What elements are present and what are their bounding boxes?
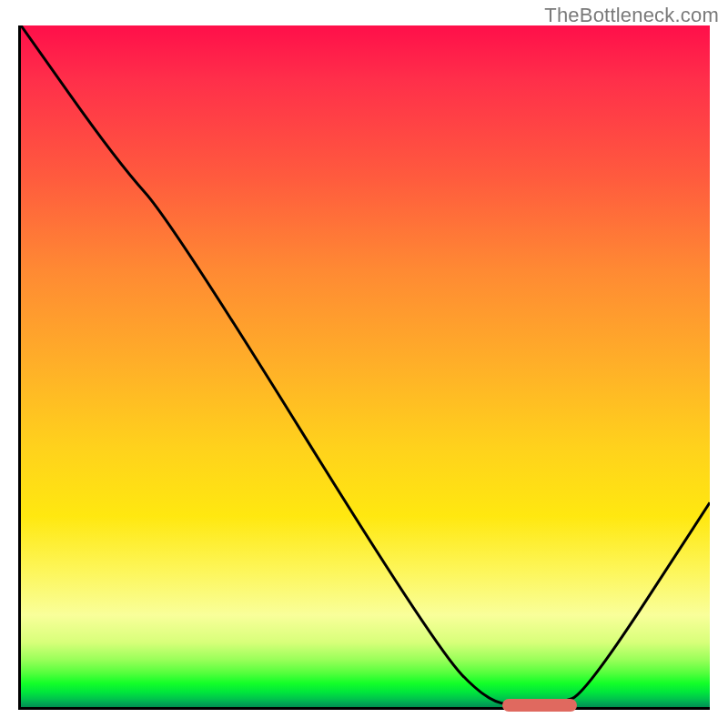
optimal-range-marker [502,699,577,712]
bottleneck-curve-path [21,25,710,703]
curve-layer [21,25,710,707]
watermark-text: TheBottleneck.com [544,4,719,27]
bottleneck-chart: TheBottleneck.com [0,0,728,728]
plot-area [18,25,710,710]
